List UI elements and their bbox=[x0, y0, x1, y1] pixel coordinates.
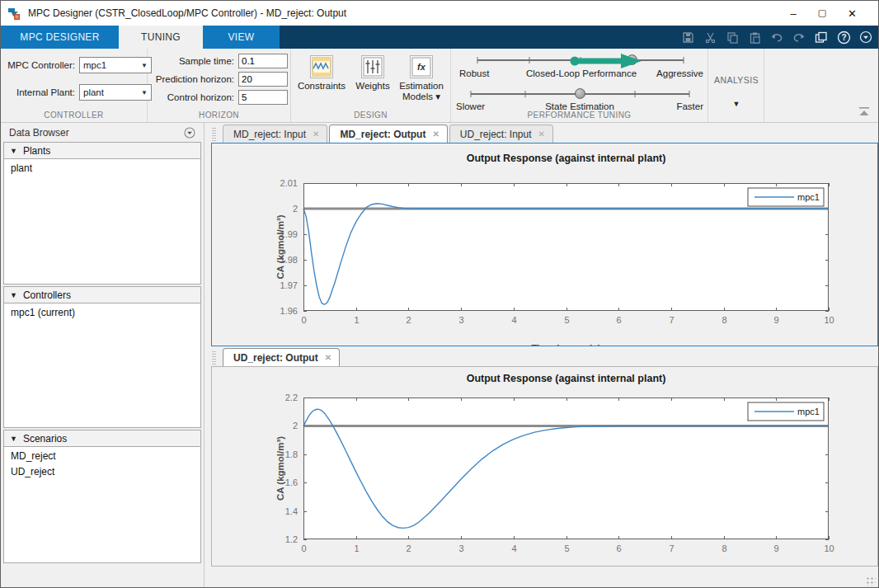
x-tick-label: 8 bbox=[722, 315, 726, 325]
close-tab-icon[interactable]: ✕ bbox=[432, 129, 439, 139]
tab-ud-reject-input[interactable]: UD_reject: Input✕ bbox=[449, 125, 553, 143]
resize-grip-icon[interactable] bbox=[866, 576, 876, 586]
section-label-horizon: HORIZON bbox=[148, 111, 290, 120]
minimize-icon[interactable]: – bbox=[790, 8, 796, 19]
section-label-performance-tuning: PERFORMANCE TUNING bbox=[451, 111, 707, 120]
list-item-md-reject[interactable]: MD_reject bbox=[4, 449, 200, 464]
data-browser-options-icon[interactable] bbox=[184, 127, 195, 139]
close-icon[interactable]: ✕ bbox=[848, 8, 857, 19]
list-item-plant[interactable]: plant bbox=[4, 161, 200, 176]
plants-list: plant bbox=[3, 159, 201, 285]
list-item-mpc1[interactable]: mpc1 (current) bbox=[4, 305, 200, 321]
x-tick-label: 10 bbox=[824, 315, 834, 325]
internal-plant-label: Internal Plant: bbox=[4, 87, 75, 97]
legend[interactable]: mpc1 bbox=[748, 188, 824, 206]
cut-icon[interactable] bbox=[703, 30, 717, 45]
x-tick-label: 7 bbox=[669, 315, 674, 325]
y-tick-label: 2.01 bbox=[280, 178, 298, 188]
y-tick-label: 1.6 bbox=[285, 477, 298, 487]
top-document-tabbar: MD_reject: Input✕ MD_reject: Output✕ UD_… bbox=[211, 123, 878, 143]
section-label-controller: CONTROLLER bbox=[1, 111, 147, 120]
x-tick-label: 6 bbox=[616, 315, 621, 325]
x-tick-label: 5 bbox=[564, 315, 569, 325]
output-response-chart: 0123456789101.21.41.61.822.2Output Respo… bbox=[212, 367, 877, 567]
window-title: MPC Designer (CSTR_ClosedLoop/MPC Contro… bbox=[28, 7, 790, 19]
title-bar: MPC Designer (CSTR_ClosedLoop/MPC Contro… bbox=[1, 1, 878, 26]
md-reject-output-figure[interactable]: 0123456789101.961.971.981.9922.01Output … bbox=[211, 143, 878, 346]
internal-plant-dropdown[interactable]: plant▼ bbox=[79, 84, 152, 101]
plants-section-header[interactable]: ▼ Plants bbox=[3, 142, 201, 159]
x-tick-label: 1 bbox=[354, 543, 359, 553]
mpc-controller-label: MPC Controller: bbox=[4, 60, 75, 70]
tabbar-drag-handle[interactable] bbox=[211, 128, 218, 141]
main-area: Data Browser ▼ Plants plant ▼ Controller… bbox=[1, 123, 878, 588]
svg-text:?: ? bbox=[841, 33, 846, 42]
control-horizon-label: Control horizon: bbox=[148, 92, 234, 102]
weights-button[interactable]: Weights bbox=[347, 55, 398, 91]
tabbar-drag-handle[interactable] bbox=[211, 351, 218, 365]
legend-entry-label: mpc1 bbox=[797, 192, 820, 202]
windows-layout-icon[interactable] bbox=[814, 30, 829, 45]
chevron-down-icon: ▼ bbox=[708, 100, 764, 108]
status-strip bbox=[211, 567, 878, 588]
help-icon[interactable]: ? bbox=[836, 30, 851, 45]
mpc-controller-dropdown[interactable]: mpc1▼ bbox=[79, 57, 152, 73]
x-tick-label: 7 bbox=[669, 543, 674, 553]
constraints-icon bbox=[310, 55, 333, 78]
list-item-ud-reject[interactable]: UD_reject bbox=[4, 464, 200, 480]
x-tick-label: 4 bbox=[511, 543, 516, 553]
collapse-triangle-icon: ▼ bbox=[10, 147, 17, 155]
maximize-icon[interactable]: ▢ bbox=[818, 8, 826, 19]
quick-access-toolbar: ? bbox=[680, 26, 873, 49]
analysis-button[interactable]: ANALYSIS ▼ bbox=[708, 49, 764, 122]
redo-icon[interactable] bbox=[792, 30, 806, 45]
tab-mpc-designer[interactable]: MPC DESIGNER bbox=[1, 26, 119, 49]
x-tick-label: 2 bbox=[406, 543, 411, 553]
control-horizon-input[interactable] bbox=[238, 90, 288, 105]
data-browser-panel: Data Browser ▼ Plants plant ▼ Controller… bbox=[1, 123, 204, 588]
toolbar-options-icon[interactable] bbox=[858, 30, 873, 45]
x-tick-label: 3 bbox=[458, 315, 463, 325]
undo-icon[interactable] bbox=[769, 30, 784, 45]
close-tab-icon[interactable]: ✕ bbox=[325, 353, 331, 362]
constraints-button[interactable]: Constraints bbox=[296, 55, 347, 91]
chevron-down-icon: ▼ bbox=[141, 62, 148, 69]
y-tick-label: 1.97 bbox=[280, 280, 298, 290]
chart-title: Output Response (against internal plant) bbox=[467, 373, 666, 384]
collapse-triangle-icon: ▼ bbox=[10, 291, 17, 299]
save-icon[interactable] bbox=[680, 30, 695, 45]
close-tab-icon[interactable]: ✕ bbox=[538, 129, 545, 139]
document-area: MD_reject: Input✕ MD_reject: Output✕ UD_… bbox=[204, 123, 878, 588]
tab-md-reject-input[interactable]: MD_reject: Input✕ bbox=[223, 125, 327, 143]
tab-md-reject-output[interactable]: MD_reject: Output✕ bbox=[329, 125, 447, 143]
y-tick-label: 2.2 bbox=[285, 393, 298, 402]
chart-title: Output Response (against internal plant) bbox=[467, 153, 666, 164]
tab-view[interactable]: VIEW bbox=[203, 26, 280, 49]
mpc-designer-window: { "window": { "title": "MPC Designer (CS… bbox=[0, 0, 879, 588]
controllers-section-header[interactable]: ▼ Controllers bbox=[3, 286, 201, 303]
y-tick-label: 2 bbox=[293, 204, 298, 214]
section-horizon: Sample time: Prediction horizon: Control… bbox=[148, 49, 291, 122]
sample-time-label: Sample time: bbox=[148, 56, 234, 66]
estimation-models-button[interactable]: fx Estimation Models ▾ bbox=[395, 55, 448, 102]
state-estimation-slider-knob[interactable] bbox=[575, 88, 585, 99]
prediction-horizon-input[interactable] bbox=[238, 72, 288, 87]
scenarios-section-header[interactable]: ▼ Scenarios bbox=[3, 430, 201, 447]
tab-ud-reject-output[interactable]: UD_reject: Output✕ bbox=[223, 348, 340, 366]
annotation-arrow bbox=[570, 52, 646, 70]
svg-text:fx: fx bbox=[417, 62, 426, 72]
weights-icon bbox=[361, 55, 384, 78]
state-estimation-slider[interactable] bbox=[471, 88, 689, 100]
copy-icon[interactable] bbox=[725, 30, 740, 45]
x-tick-label: 3 bbox=[458, 543, 463, 553]
section-performance-tuning: Robust Closed-Loop Performance Aggressiv… bbox=[451, 49, 708, 122]
tab-tuning[interactable]: TUNING bbox=[119, 26, 203, 49]
collapse-ribbon-icon[interactable] bbox=[858, 107, 870, 117]
legend[interactable]: mpc1 bbox=[748, 402, 824, 421]
x-tick-label: 10 bbox=[824, 543, 834, 553]
close-tab-icon[interactable]: ✕ bbox=[313, 129, 319, 139]
paste-icon[interactable] bbox=[747, 30, 762, 45]
sample-time-input[interactable] bbox=[238, 54, 288, 68]
fx-icon: fx bbox=[410, 55, 433, 78]
ud-reject-output-figure[interactable]: 0123456789101.21.41.61.822.2Output Respo… bbox=[211, 366, 878, 567]
